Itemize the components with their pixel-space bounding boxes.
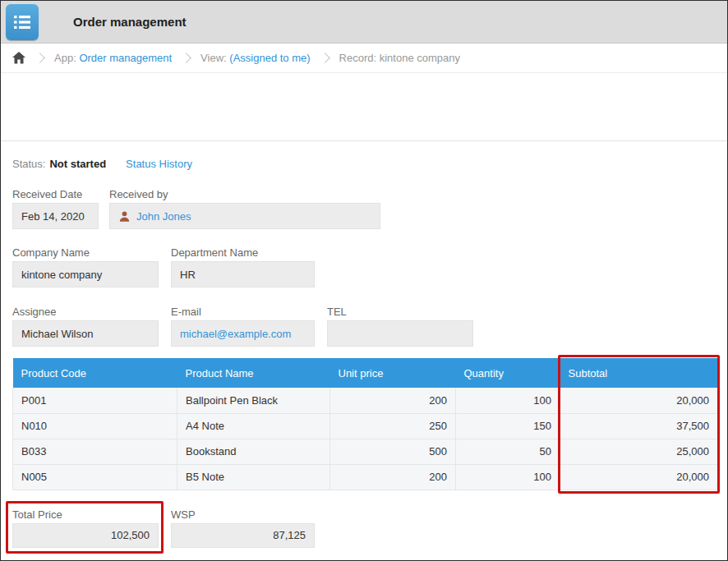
breadcrumb-view-label: View:	[200, 52, 227, 64]
received-by-user-link[interactable]: John Jones	[136, 210, 191, 223]
field-company-name: Company Name kintone company	[12, 246, 159, 287]
department-name-text: HR	[180, 269, 196, 281]
total-price-text: 102,500	[111, 529, 150, 541]
cell-subtotal: 25,000	[560, 439, 718, 464]
company-name-text: kintone company	[21, 269, 102, 281]
col-subtotal: Subtotal	[560, 358, 718, 388]
breadcrumb-app-link[interactable]: Order management	[79, 52, 172, 64]
field-tel: TEL	[327, 306, 473, 347]
assignee-text: Michael Wilson	[21, 328, 93, 340]
app-window: Order management App: Order management V…	[0, 0, 728, 561]
cell-product-code: B033	[13, 439, 177, 464]
department-name-value: HR	[171, 261, 315, 287]
assignee-value: Michael Wilson	[12, 320, 159, 347]
record-detail: Status: Not started Status History Recei…	[1, 141, 727, 548]
received-date-value: Feb 14, 2020	[12, 203, 99, 229]
email-label: E-mail	[171, 306, 315, 320]
field-received-date: Received Date Feb 14, 2020	[12, 188, 99, 229]
field-total-price: Total Price 102,500	[12, 508, 159, 548]
field-row-1: Received Date Feb 14, 2020 Received by J…	[12, 188, 717, 229]
menu-list-icon	[12, 12, 32, 32]
email-link[interactable]: michael@example.com	[180, 328, 291, 340]
chevron-right-icon	[181, 53, 191, 63]
cell-subtotal: 20,000	[560, 464, 718, 490]
table-row: N005 B5 Note 200 100 20,000	[13, 464, 718, 490]
cell-subtotal: 37,500	[560, 413, 718, 439]
cell-quantity: 100	[456, 388, 560, 413]
app-menu-icon[interactable]	[6, 4, 39, 40]
breadcrumb-app-label: App:	[54, 52, 76, 64]
home-button[interactable]	[12, 52, 25, 64]
cell-quantity: 100	[456, 464, 560, 490]
col-product-code: Product Code	[13, 358, 177, 388]
cell-unit-price: 250	[330, 413, 456, 439]
table-row: P001 Ballpoint Pen Black 200 100 20,000	[13, 388, 718, 413]
cell-unit-price: 500	[330, 439, 456, 464]
breadcrumb: App: Order management View: (Assigned to…	[1, 44, 727, 73]
cell-product-name: Bookstand	[177, 439, 330, 464]
breadcrumb-record-label: Record: kintone company	[339, 52, 460, 64]
status-row: Status: Not started Status History	[12, 155, 717, 172]
app-header: Order management	[1, 1, 727, 44]
assignee-label: Assignee	[12, 306, 159, 320]
total-price-label: Total Price	[12, 508, 159, 523]
wsp-text: 87,125	[273, 529, 306, 541]
breadcrumb-view-link[interactable]: (Assigned to me)	[229, 52, 310, 64]
field-row-3: Assignee Michael Wilson E-mail michael@e…	[12, 306, 717, 347]
totals-row: Total Price 102,500 WSP 87,125	[12, 508, 717, 548]
received-by-label: Received by	[109, 188, 380, 203]
toolbar-area	[1, 73, 727, 140]
field-department-name: Department Name HR	[171, 246, 315, 287]
field-row-2: Company Name kintone company Department …	[12, 246, 717, 287]
chevron-right-icon	[35, 53, 45, 63]
received-date-text: Feb 14, 2020	[21, 210, 85, 223]
table-header: Product Code Product Name Unit price Qua…	[13, 358, 718, 388]
cell-product-name: A4 Note	[177, 413, 330, 439]
cell-quantity: 150	[456, 413, 560, 439]
cell-quantity: 50	[456, 439, 560, 464]
col-quantity: Quantity	[456, 358, 560, 388]
breadcrumb-view: View: (Assigned to me)	[200, 52, 310, 64]
wsp-value: 87,125	[171, 523, 315, 548]
status-value: Not started	[49, 158, 106, 170]
company-name-value: kintone company	[12, 261, 159, 287]
page-title: Order management	[73, 15, 187, 29]
received-date-label: Received Date	[12, 188, 99, 203]
cell-product-name: Ballpoint Pen Black	[177, 388, 330, 413]
email-value: michael@example.com	[171, 320, 315, 347]
wsp-label: WSP	[171, 508, 315, 523]
tel-label: TEL	[327, 306, 473, 320]
field-wsp: WSP 87,125	[171, 508, 315, 548]
table-row: B033 Bookstand 500 50 25,000	[13, 439, 718, 464]
order-items-table: Product Code Product Name Unit price Qua…	[12, 358, 718, 490]
field-assignee: Assignee Michael Wilson	[12, 306, 159, 347]
received-by-value: John Jones	[109, 203, 380, 229]
col-product-name: Product Name	[177, 358, 330, 388]
cell-subtotal: 20,000	[560, 388, 718, 413]
col-unit-price: Unit price	[330, 358, 456, 388]
cell-product-code: N010	[13, 413, 177, 439]
company-name-label: Company Name	[12, 246, 159, 261]
field-received-by: Received by John Jones	[109, 188, 380, 229]
status-history-link[interactable]: Status History	[126, 158, 192, 170]
person-icon	[118, 210, 131, 223]
cell-product-code: P001	[13, 388, 177, 413]
home-icon	[12, 52, 25, 64]
field-email: E-mail michael@example.com	[171, 306, 315, 347]
department-name-label: Department Name	[171, 246, 315, 261]
chevron-right-icon	[320, 53, 330, 63]
cell-product-code: N005	[13, 464, 177, 490]
breadcrumb-app: App: Order management	[54, 52, 172, 64]
cell-unit-price: 200	[330, 388, 456, 413]
cell-unit-price: 200	[330, 464, 456, 490]
table-row: N010 A4 Note 250 150 37,500	[13, 413, 718, 439]
cell-product-name: B5 Note	[177, 464, 330, 490]
tel-value	[327, 320, 473, 347]
status-label: Status:	[12, 158, 45, 170]
total-price-value: 102,500	[12, 523, 159, 548]
